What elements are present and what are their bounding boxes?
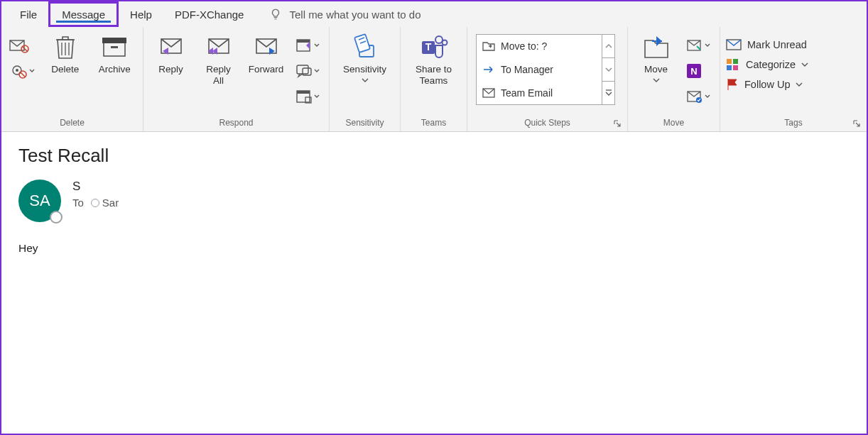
junk-dropdown[interactable] [7,61,38,81]
ribbon: Delete Archive Delete Reply Reply All [1,27,867,132]
reply-all-icon [205,35,233,59]
move-to-folder-icon [482,40,495,52]
svg-point-30 [442,40,447,45]
tab-file[interactable]: File [9,1,48,27]
trash-icon [53,33,77,61]
archive-icon [101,33,128,60]
message-subject: Test Recall [18,145,850,167]
to-label: To [72,197,84,209]
move-button[interactable]: Move [634,33,678,84]
group-sensitivity-label: Sensitivity [335,118,394,130]
group-teams: T Share to Teams Teams [401,27,467,131]
gallery-expand[interactable] [602,82,614,104]
share-to-teams-button[interactable]: T Share to Teams [406,33,461,86]
follow-up-label: Follow Up [744,79,790,90]
categorize-label: Categorize [746,59,796,70]
mark-unread-button[interactable]: Mark Unread [726,38,808,51]
reply-all-label: Reply All [206,64,231,86]
teams-label: Share to Teams [416,64,452,86]
reply-all-button[interactable]: Reply All [197,33,240,86]
group-delete: Delete Archive Delete [1,27,143,131]
group-teams-label: Teams [406,118,461,130]
avatar-initials: SA [29,192,50,210]
categorize-button[interactable]: Categorize [726,58,808,71]
forward-icon [252,35,281,59]
meeting-reply-button[interactable] [292,35,323,55]
lightbulb-icon [269,8,282,21]
more-respond-button[interactable] [292,87,323,106]
svg-point-4 [16,69,18,72]
chevron-down-icon [801,61,808,68]
presence-indicator [50,211,63,224]
mark-unread-label: Mark Unread [747,39,807,50]
svg-point-29 [435,36,443,43]
chevron-down-icon [796,81,803,88]
tell-me-placeholder: Tell me what you want to do [289,9,421,21]
tab-help[interactable]: Help [119,1,163,27]
arrow-right-icon [482,64,495,75]
sender-avatar[interactable]: SA [18,180,61,222]
svg-rect-42 [727,65,732,70]
delete-button[interactable]: Delete [43,33,88,75]
gallery-scroll-down[interactable] [602,58,614,82]
group-move: Move N Move [628,27,720,131]
forward-label: Forward [249,64,284,75]
qs-item-label: Move to: ? [501,40,547,52]
svg-rect-17 [297,40,310,43]
svg-rect-40 [727,59,732,64]
archive-button[interactable]: Archive [92,33,138,75]
tab-pdf-xchange[interactable]: PDF-XChange [163,1,256,27]
svg-rect-41 [733,59,738,64]
group-move-label: Move [634,118,714,130]
ribbon-tabs: File Message Help PDF-XChange Tell me wh… [1,1,867,27]
dialog-launcher-icon[interactable] [613,119,622,128]
dialog-launcher-icon[interactable] [852,119,861,128]
forward-button[interactable]: Forward [244,33,288,75]
svg-rect-11 [102,38,126,43]
categorize-icon [726,58,740,71]
sender-name: S [72,180,119,194]
tab-message[interactable]: Message [48,1,119,27]
move-label: Move [644,64,668,75]
chevron-down-icon [653,77,660,84]
message-header: SA S To Sar [18,180,850,222]
group-quick-steps-label: Quick Steps [473,118,622,130]
im-reply-button[interactable] [292,61,323,81]
svg-rect-43 [733,65,738,70]
envelope-icon [482,87,495,99]
svg-rect-24 [354,34,369,53]
quick-steps-gallery: Move to: ? To Manager Team Email [476,34,615,105]
teams-icon: T [420,33,448,61]
mark-unread-icon [726,38,742,51]
rules-button[interactable] [683,35,714,55]
reply-button[interactable]: Reply [149,33,192,75]
sensitivity-button[interactable]: Sensitivity [335,33,394,84]
ignore-button[interactable] [7,35,31,55]
tell-me-search[interactable]: Tell me what you want to do [269,8,421,21]
onenote-button[interactable]: N [683,61,707,81]
recipient-presence-icon [91,199,99,207]
delete-label: Delete [51,64,79,75]
message-body: Hey [18,242,850,255]
actions-button[interactable] [683,87,714,106]
sensitivity-label: Sensitivity [343,64,386,75]
group-delete-label: Delete [7,118,137,130]
quick-step-move-to[interactable]: Move to: ? [477,35,602,58]
svg-line-6 [21,72,26,77]
group-respond-label: Respond [149,118,323,130]
follow-up-button[interactable]: Follow Up [726,78,808,91]
svg-text:T: T [425,41,431,53]
recipients-line: To Sar [72,197,119,209]
qs-item-label: To Manager [501,64,553,75]
quick-step-to-manager[interactable]: To Manager [477,58,602,82]
group-respond: Reply Reply All Forward Respond [143,27,330,131]
sensitivity-icon [352,33,378,61]
svg-rect-12 [111,46,118,48]
group-tags: Mark Unread Categorize Follow Up Tags [720,27,867,131]
group-quick-steps: Move to: ? To Manager Team Email [467,27,628,131]
gallery-scroll-up[interactable] [602,35,614,58]
quick-step-team-email[interactable]: Team Email [477,81,602,104]
qs-item-label: Team Email [501,87,553,99]
svg-rect-21 [297,91,310,94]
svg-text:N: N [690,66,697,77]
